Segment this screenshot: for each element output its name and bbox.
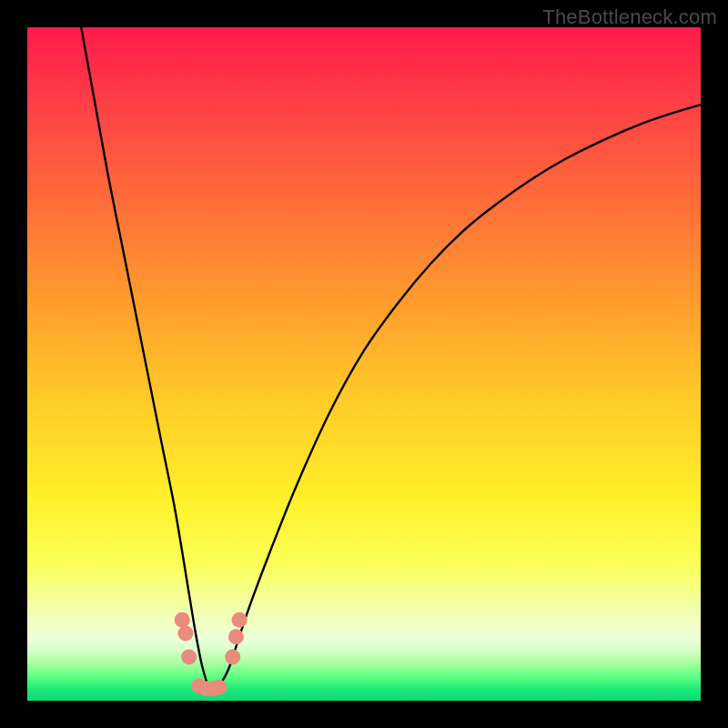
marker-point bbox=[228, 629, 244, 644]
marker-point bbox=[225, 649, 240, 664]
chart-frame: TheBottleneck.com bbox=[0, 0, 728, 728]
marker-point bbox=[211, 680, 227, 695]
marker-point bbox=[232, 612, 248, 628]
marker-point bbox=[175, 612, 190, 628]
gradient-background bbox=[27, 27, 701, 701]
bottleneck-chart bbox=[27, 27, 701, 701]
marker-point bbox=[177, 626, 193, 642]
watermark-text: TheBottleneck.com bbox=[542, 5, 717, 29]
marker-point bbox=[181, 649, 197, 664]
plot-area bbox=[27, 27, 701, 701]
